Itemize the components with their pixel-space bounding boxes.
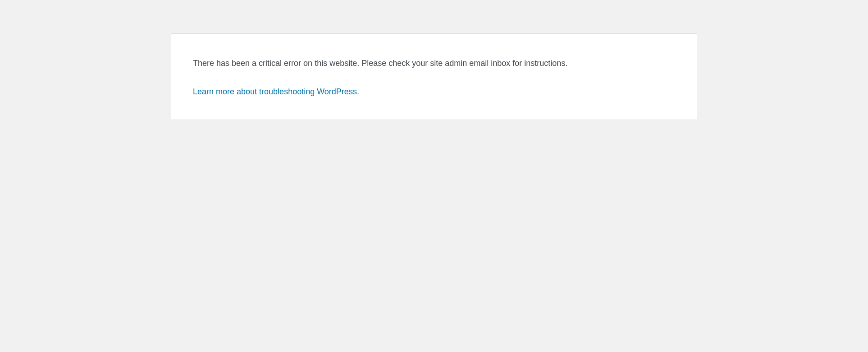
error-message: There has been a critical error on this … xyxy=(193,57,675,69)
troubleshoot-link[interactable]: Learn more about troubleshooting WordPre… xyxy=(193,86,359,98)
error-container: There has been a critical error on this … xyxy=(171,33,697,120)
